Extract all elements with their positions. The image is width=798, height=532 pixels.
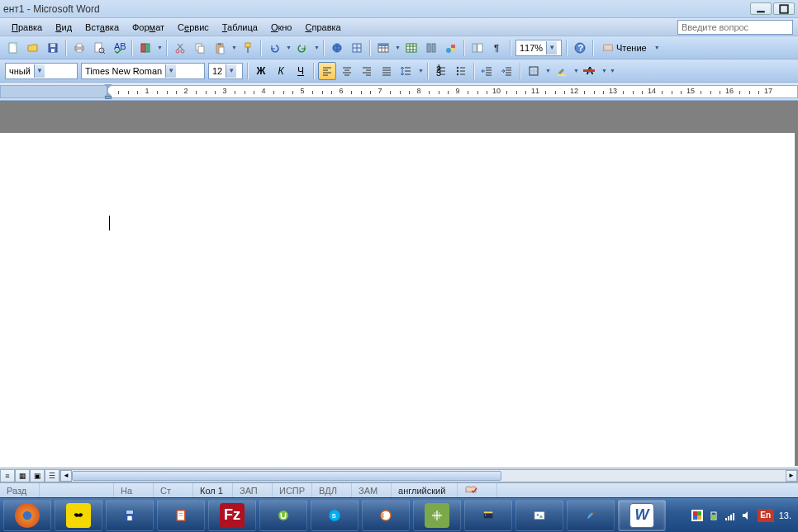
- italic-button[interactable]: К: [272, 62, 290, 80]
- font-color-button[interactable]: A: [581, 62, 599, 80]
- tray-lang[interactable]: En: [758, 509, 774, 522]
- dropdown-arrow[interactable]: ▼: [313, 45, 321, 50]
- outline-view-button[interactable]: ☰: [45, 469, 59, 482]
- borders-button[interactable]: [525, 62, 543, 80]
- tray-network-icon[interactable]: [724, 510, 736, 521]
- maximize-button[interactable]: [773, 2, 795, 15]
- toolbar-options[interactable]: ▼: [609, 68, 616, 74]
- tray-flag-icon[interactable]: [691, 510, 703, 521]
- dropdown-arrow[interactable]: ▼: [285, 45, 292, 50]
- taskbar-word[interactable]: W: [618, 500, 666, 531]
- show-formatting-button[interactable]: ¶: [488, 39, 506, 57]
- taskbar-image-viewer[interactable]: [515, 500, 563, 531]
- page[interactable]: [0, 132, 795, 466]
- menu-tools[interactable]: Сервис: [171, 21, 216, 34]
- status-ext[interactable]: ВДЛ: [312, 483, 352, 497]
- system-tray[interactable]: En 13.: [686, 509, 796, 522]
- zoom-combo[interactable]: 117%▼: [515, 40, 562, 56]
- menu-table[interactable]: Таблица: [216, 21, 264, 34]
- status-ovr[interactable]: ЗАМ: [352, 483, 392, 497]
- print-preview-button[interactable]: [90, 39, 108, 57]
- taskbar-utorrent[interactable]: [259, 500, 307, 531]
- align-justify-button[interactable]: [378, 62, 396, 80]
- dropdown-arrow[interactable]: ▼: [601, 68, 608, 74]
- font-size-combo[interactable]: 12▼: [208, 63, 243, 79]
- help-button[interactable]: ?: [571, 39, 589, 57]
- new-document-button[interactable]: [4, 39, 22, 57]
- horizontal-scrollbar[interactable]: ◄ ►: [59, 469, 798, 482]
- scroll-right-button[interactable]: ►: [786, 470, 797, 482]
- line-spacing-button[interactable]: [397, 62, 416, 80]
- taskbar-skype[interactable]: S: [311, 500, 359, 531]
- tables-borders-button[interactable]: [348, 39, 366, 57]
- font-combo[interactable]: Times New Roman▼: [81, 63, 205, 79]
- numbered-list-button[interactable]: 123: [432, 62, 450, 80]
- menu-help[interactable]: Справка: [299, 21, 348, 34]
- dropdown-arrow[interactable]: ▼: [544, 68, 552, 74]
- taskbar-app-axis[interactable]: [413, 500, 461, 531]
- taskbar-app-orange[interactable]: [362, 500, 410, 531]
- status-language[interactable]: английский: [392, 483, 458, 497]
- drawing-toolbar-button[interactable]: [442, 39, 460, 57]
- bullet-list-button[interactable]: [452, 62, 470, 80]
- web-view-button[interactable]: ▦: [15, 469, 30, 482]
- minimize-button[interactable]: [750, 2, 772, 15]
- hyperlink-button[interactable]: [328, 39, 346, 57]
- dropdown-arrow[interactable]: ▼: [230, 45, 238, 50]
- format-painter-button[interactable]: [239, 39, 257, 57]
- taskbar-filezilla[interactable]: Fz: [208, 500, 256, 531]
- columns-button[interactable]: [422, 39, 440, 57]
- toolbar-options[interactable]: ▼: [653, 45, 661, 50]
- copy-button[interactable]: [191, 39, 209, 57]
- dropdown-arrow[interactable]: ▼: [417, 68, 425, 74]
- highlight-button[interactable]: [553, 62, 571, 80]
- align-center-button[interactable]: [338, 62, 356, 80]
- open-button[interactable]: [24, 39, 42, 57]
- align-left-button[interactable]: [318, 62, 336, 80]
- menu-format[interactable]: Формат: [126, 21, 171, 34]
- taskbar-notes[interactable]: [157, 500, 205, 531]
- undo-button[interactable]: [265, 39, 283, 57]
- menu-insert[interactable]: Вставка: [78, 21, 126, 34]
- bold-button[interactable]: Ж: [252, 62, 270, 80]
- decrease-indent-button[interactable]: [478, 62, 496, 80]
- style-combo[interactable]: чный▼: [5, 63, 78, 79]
- redo-button[interactable]: [293, 39, 311, 57]
- taskbar-putty[interactable]: [464, 500, 512, 531]
- horizontal-ruler[interactable]: 1234567891011121314151617: [0, 83, 798, 101]
- print-view-button[interactable]: ▣: [30, 469, 45, 482]
- insert-table-button[interactable]: [374, 39, 392, 57]
- increase-indent-button[interactable]: [498, 62, 516, 80]
- taskbar-save[interactable]: [106, 500, 154, 531]
- tray-date[interactable]: 13.: [779, 511, 791, 520]
- cut-button[interactable]: [171, 39, 189, 57]
- insert-worksheet-button[interactable]: [402, 39, 420, 57]
- dropdown-arrow[interactable]: ▼: [394, 45, 401, 50]
- indent-marker[interactable]: [104, 83, 112, 101]
- menu-view[interactable]: Вид: [49, 21, 78, 34]
- dropdown-arrow[interactable]: ▼: [572, 68, 580, 74]
- help-question-input[interactable]: [677, 20, 793, 35]
- taskbar-firefox[interactable]: [3, 500, 51, 531]
- menu-window[interactable]: Окно: [264, 21, 299, 34]
- print-button[interactable]: [70, 39, 88, 57]
- dropdown-arrow[interactable]: ▼: [156, 45, 164, 50]
- tray-volume-icon[interactable]: [741, 510, 753, 521]
- status-rec[interactable]: ЗАП: [233, 483, 273, 497]
- taskbar-paint[interactable]: [567, 500, 615, 531]
- scroll-thumb[interactable]: [72, 471, 501, 481]
- normal-view-button[interactable]: ≡: [0, 469, 15, 482]
- save-button[interactable]: [44, 39, 62, 57]
- spelling-button[interactable]: ABC: [110, 39, 128, 57]
- status-trk[interactable]: ИСПР: [273, 483, 312, 497]
- paste-button[interactable]: [211, 39, 229, 57]
- scroll-left-button[interactable]: ◄: [60, 470, 72, 482]
- research-button[interactable]: [136, 39, 154, 57]
- menu-edit[interactable]: Правка: [5, 21, 49, 34]
- tray-battery-icon[interactable]: [708, 510, 720, 521]
- status-spellcheck-icon[interactable]: [458, 483, 497, 497]
- taskbar-bat[interactable]: [55, 500, 102, 531]
- reading-mode-button[interactable]: Чтение: [596, 39, 653, 57]
- doc-map-button[interactable]: [468, 39, 487, 57]
- underline-button[interactable]: Ч: [292, 62, 310, 80]
